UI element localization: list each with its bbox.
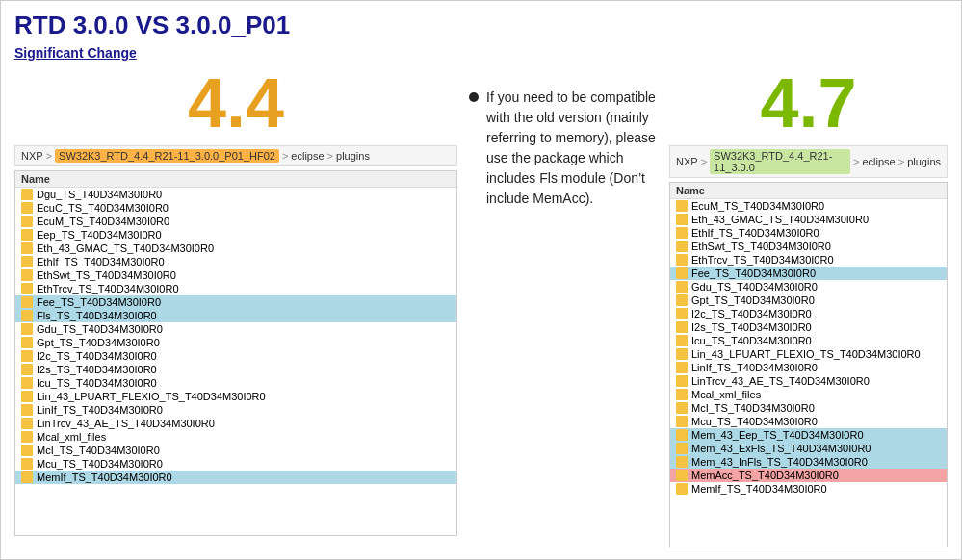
list-item[interactable]: Fls_TS_T40D34M30I0R0	[15, 309, 456, 322]
left-bc-highlight[interactable]: SW32K3_RTD_4.4_R21-11_3.0.0_P01_HF02	[55, 149, 279, 163]
list-item[interactable]: Gpt_TS_T40D34M30I0R0	[15, 336, 456, 349]
file-icon	[676, 294, 688, 306]
list-item[interactable]: Mcu_TS_T40D34M30I0R0	[670, 415, 947, 428]
left-file-header: Name	[15, 171, 456, 188]
list-item[interactable]: Lin_43_LPUART_FLEXIO_TS_T40D34M30I0R0	[15, 390, 456, 403]
list-item[interactable]: I2c_TS_T40D34M30I0R0	[670, 307, 947, 320]
list-item[interactable]: EthTrcv_TS_T40D34M30I0R0	[670, 253, 947, 267]
right-bc-sep2: >	[853, 156, 859, 167]
list-item[interactable]: LinTrcv_43_AE_TS_T40D34M30I0R0	[670, 374, 947, 388]
left-bc-plugins: plugins	[336, 150, 370, 162]
file-name: LinTrcv_43_AE_TS_T40D34M30I0R0	[37, 418, 215, 429]
right-bc-highlight[interactable]: SW32K3_RTD_4.4_R21-11_3.0.0	[710, 149, 850, 174]
list-item[interactable]: Mem_43_ExFls_TS_T40D34M30I0R0	[670, 442, 947, 455]
file-name: Lin_43_LPUART_FLEXIO_TS_T40D34M30I0R0	[37, 391, 266, 402]
file-icon	[21, 283, 33, 294]
list-item[interactable]: Gdu_TS_T40D34M30I0R0	[670, 280, 947, 293]
page-title: RTD 3.0.0 VS 3.0.0_P01	[14, 11, 948, 40]
list-item[interactable]: EcuM_TS_T40D34M30I0R0	[670, 199, 947, 213]
bullet-text: If you need to be compatible with the ol…	[486, 88, 658, 209]
list-item[interactable]: Icu_TS_T40D34M30I0R0	[15, 376, 456, 390]
file-name: I2s_TS_T40D34M30I0R0	[691, 321, 812, 333]
file-name: Mcal_xml_files	[691, 389, 761, 400]
list-item[interactable]: Mcu_TS_T40D34M30I0R0	[15, 457, 456, 471]
file-icon	[21, 229, 33, 241]
list-item[interactable]: EthSwt_TS_T40D34M30I0R0	[670, 240, 947, 253]
file-icon	[21, 337, 33, 348]
file-name: Eth_43_GMAC_TS_T40D34M30I0R0	[691, 214, 869, 225]
file-name: EthTrcv_TS_T40D34M30I0R0	[37, 283, 179, 294]
file-icon	[676, 402, 688, 414]
right-file-header: Name	[670, 183, 947, 199]
list-item[interactable]: EthIf_TS_T40D34M30I0R0	[15, 255, 456, 268]
file-icon	[21, 404, 33, 416]
file-name: Eth_43_GMAC_TS_T40D34M30I0R0	[37, 242, 214, 254]
file-name: Icu_TS_T40D34M30I0R0	[691, 335, 812, 346]
significant-change-link[interactable]: Significant Change	[14, 45, 137, 61]
file-name: Icu_TS_T40D34M30I0R0	[37, 377, 157, 389]
bullet-section: If you need to be compatible with the ol…	[465, 68, 662, 209]
list-item[interactable]: LinIf_TS_T40D34M30I0R0	[670, 361, 947, 374]
list-item[interactable]: McI_TS_T40D34M30I0R0	[15, 444, 456, 457]
list-item[interactable]: LinIf_TS_T40D34M30I0R0	[15, 403, 456, 417]
file-name: Gdu_TS_T40D34M30I0R0	[691, 281, 818, 293]
list-item[interactable]: EcuM_TS_T40D34M30I0R0	[15, 215, 456, 228]
file-name: Fls_TS_T40D34M30I0R0	[37, 310, 157, 321]
left-file-list: Dgu_TS_T40D34M30I0R0EcuC_TS_T40D34M30I0R…	[15, 188, 456, 484]
list-item[interactable]: Fee_TS_T40D34M30I0R0	[670, 267, 947, 280]
right-bc-eclipse: eclipse	[862, 156, 895, 167]
list-item[interactable]: Lin_43_LPUART_FLEXIO_TS_T40D34M30I0R0	[670, 347, 947, 361]
list-item[interactable]: Gpt_TS_T40D34M30I0R0	[670, 293, 947, 307]
list-item[interactable]: MemAcc_TS_T40D34M30I0R0	[670, 469, 947, 482]
list-item[interactable]: EthTrcv_TS_T40D34M30I0R0	[15, 282, 456, 295]
file-name: EthSwt_TS_T40D34M30I0R0	[37, 269, 176, 281]
file-name: McI_TS_T40D34M30I0R0	[691, 402, 815, 414]
list-item[interactable]: McI_TS_T40D34M30I0R0	[670, 401, 947, 415]
right-bc-nxp: NXP	[676, 156, 698, 167]
file-icon	[21, 296, 33, 308]
list-item[interactable]: I2c_TS_T40D34M30I0R0	[15, 349, 456, 363]
list-item[interactable]: EthSwt_TS_T40D34M30I0R0	[15, 268, 456, 282]
left-panel: 4.4 NXP > SW32K3_RTD_4.4_R21-11_3.0.0_P0…	[14, 68, 457, 547]
file-icon	[676, 321, 688, 333]
list-item[interactable]: MemIf_TS_T40D34M30I0R0	[670, 482, 947, 496]
file-name: EthSwt_TS_T40D34M30I0R0	[691, 241, 831, 252]
list-item[interactable]: I2s_TS_T40D34M30I0R0	[670, 320, 947, 334]
file-name: EcuM_TS_T40D34M30I0R0	[37, 216, 169, 227]
list-item[interactable]: EcuC_TS_T40D34M30I0R0	[15, 201, 456, 215]
list-item[interactable]: EthIf_TS_T40D34M30I0R0	[670, 226, 947, 240]
list-item[interactable]: Mem_43_Eep_TS_T40D34M30I0R0	[670, 428, 947, 442]
file-name: EcuM_TS_T40D34M30I0R0	[691, 200, 824, 212]
file-name: Gpt_TS_T40D34M30I0R0	[37, 337, 160, 348]
file-name: McI_TS_T40D34M30I0R0	[37, 445, 160, 456]
list-item[interactable]: Mcal_xml_files	[15, 430, 456, 444]
list-item[interactable]: I2s_TS_T40D34M30I0R0	[15, 363, 456, 376]
list-item[interactable]: LinTrcv_43_AE_TS_T40D34M30I0R0	[15, 417, 456, 430]
list-item[interactable]: MemIf_TS_T40D34M30I0R0	[15, 471, 456, 484]
left-breadcrumb: NXP > SW32K3_RTD_4.4_R21-11_3.0.0_P01_HF…	[14, 145, 457, 166]
list-item[interactable]: Fee_TS_T40D34M30I0R0	[15, 295, 456, 309]
file-icon	[676, 348, 688, 360]
page-container: RTD 3.0.0 VS 3.0.0_P01 Significant Chang…	[1, 1, 961, 557]
file-name: MemIf_TS_T40D34M30I0R0	[691, 483, 827, 495]
list-item[interactable]: Mcal_xml_files	[670, 388, 947, 401]
file-name: I2c_TS_T40D34M30I0R0	[37, 350, 157, 362]
file-icon	[21, 350, 33, 362]
right-bc-plugins: plugins	[907, 156, 941, 167]
list-item[interactable]: Gdu_TS_T40D34M30I0R0	[15, 322, 456, 336]
list-item[interactable]: Eth_43_GMAC_TS_T40D34M30I0R0	[15, 242, 456, 255]
left-bc-sep1: >	[46, 150, 52, 162]
list-item[interactable]: Icu_TS_T40D34M30I0R0	[670, 334, 947, 347]
file-icon	[21, 458, 33, 470]
left-bc-nxp: NXP	[21, 150, 43, 162]
list-item[interactable]: Mem_43_InFls_TS_T40D34M30I0R0	[670, 455, 947, 469]
file-icon	[676, 429, 688, 441]
list-item[interactable]: Dgu_TS_T40D34M30I0R0	[15, 188, 456, 201]
list-item[interactable]: Eep_TS_T40D34M30I0R0	[15, 228, 456, 242]
file-name: Mem_43_Eep_TS_T40D34M30I0R0	[691, 429, 864, 441]
file-icon	[676, 483, 688, 495]
file-icon	[21, 269, 33, 281]
file-name: Dgu_TS_T40D34M30I0R0	[37, 189, 162, 200]
list-item[interactable]: Eth_43_GMAC_TS_T40D34M30I0R0	[670, 213, 947, 226]
file-icon	[676, 200, 688, 212]
